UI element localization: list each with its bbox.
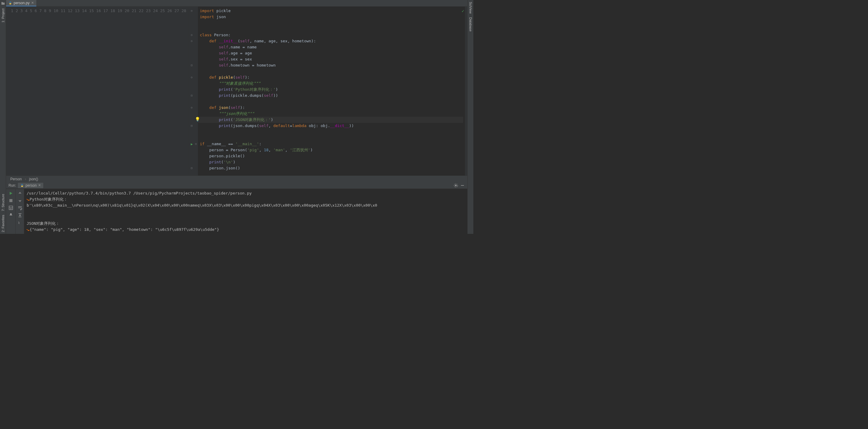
annotation-arrow-icon: ↘ [26,227,30,233]
python-file-icon [20,184,24,187]
code-content[interactable]: import pickle import json class Person: … [198,7,465,175]
editor-gutter: ⊖ ⊖ ⊖ ⊟ ⊖ ⊟ ⊖ 💡 ⊟ ▶ ⊖ ⊟ [189,7,198,175]
editor-tab-label: person.py [13,1,30,5]
stop-icon[interactable] [8,198,13,203]
breadcrumb-item[interactable]: json() [29,177,38,181]
sciview-tool-button[interactable]: SciView [468,0,473,15]
python-file-icon [8,1,12,5]
fold-icon[interactable]: ⊖ [191,38,192,44]
output-line: Python对象序列化： [30,197,67,201]
fold-icon[interactable]: ⊖ [191,32,192,38]
database-tool-button[interactable]: Database [468,15,473,33]
fold-end-icon[interactable]: ⊟ [191,93,192,99]
close-icon[interactable]: ✕ [38,183,41,187]
main-area: person.py ✕ 1 2 3 4 5 6 7 8 9 10 11 12 1… [6,0,467,234]
run-panel: /usr/local/Cellar/python/3.7.4/bin/pytho… [6,189,467,234]
right-tool-gutter: SciView Database [467,0,473,234]
output-line: {"name": "pig", "age": 18, "sex": "man",… [30,227,219,232]
code-editor[interactable]: 1 2 3 4 5 6 7 8 9 10 11 12 13 14 15 16 1… [6,7,467,175]
fold-end-icon[interactable]: ⊟ [191,123,192,129]
soft-wrap-icon[interactable] [18,205,22,210]
favorites-tool-button[interactable]: 2: Favorites [1,213,5,234]
editor-tabs: person.py ✕ [6,0,467,7]
run-tab[interactable]: person ✕ [18,183,43,188]
output-line: /usr/local/Cellar/python/3.7.4/bin/pytho… [27,191,252,195]
more-icon[interactable] [18,220,22,225]
editor-tab-person[interactable]: person.py ✕ [6,0,36,6]
output-line: JSON对象序列化： [27,221,60,226]
up-arrow-icon[interactable] [18,191,22,196]
fold-end-icon[interactable]: ⊟ [191,62,192,68]
run-label: Run: [8,183,16,188]
project-folder-icon [1,1,5,5]
close-icon[interactable]: ✕ [31,1,34,5]
minimize-icon[interactable] [460,183,465,188]
chevron-right-icon: › [25,177,26,181]
rerun-icon[interactable] [8,191,13,196]
pin-icon[interactable] [8,213,13,218]
run-toolbar-primary [6,189,16,234]
svg-rect-1 [9,199,12,202]
fold-end-icon[interactable]: ⊟ [191,165,192,171]
left-tool-gutter: 1: Project 7: Structure 2: Favorites [0,0,6,234]
output-line: b'\x80\x03c__main__\nPerson\nq\x00)\x81q… [27,203,377,207]
fold-icon[interactable]: ⊖ [195,141,197,147]
run-output[interactable]: /usr/local/Cellar/python/3.7.4/bin/pytho… [24,189,467,234]
fold-icon[interactable]: ⊖ [191,105,192,111]
breadcrumb: Person › json() [6,175,467,182]
fold-icon[interactable]: ⊖ [191,74,192,80]
editor-scrollbar[interactable] [465,7,467,175]
breadcrumb-item[interactable]: Person [10,177,22,181]
gear-icon[interactable] [453,183,458,188]
structure-tool-button[interactable]: 7: Structure [1,192,5,213]
intention-bulb-icon[interactable]: 💡 [195,116,200,122]
down-arrow-icon[interactable] [18,198,22,203]
project-tool-button[interactable]: 1: Project [1,7,5,24]
run-gutter-icon[interactable]: ▶ [191,141,193,147]
line-numbers: 1 2 3 4 5 6 7 8 9 10 11 12 13 14 15 16 1… [6,7,189,175]
annotation-arrow-icon: ↘ [26,196,30,202]
scroll-to-end-icon[interactable] [18,213,22,218]
fold-icon[interactable]: ⊖ [191,8,192,14]
run-toolbar-secondary [16,189,24,234]
run-panel-header: Run: person ✕ [6,182,467,189]
layout-icon[interactable] [8,205,13,210]
analysis-ok-icon[interactable]: ✓ [462,8,464,13]
run-tab-label: person [25,183,37,188]
